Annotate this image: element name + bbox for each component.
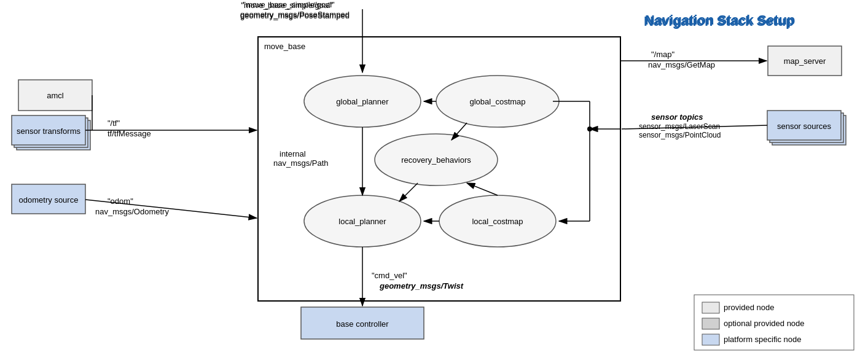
cmd-vel-msg-label: geometry_msgs/Twist (379, 281, 464, 291)
title-text: Navigation Stack Setup (644, 14, 794, 29)
map-server-label: map_server (784, 57, 826, 66)
legend-platform-label: platform specific node (724, 335, 801, 344)
point-cloud-label: sensor_msgs/PointCloud (639, 131, 721, 139)
map-topic-label: "/map" (651, 50, 675, 59)
legend-provided-rect (702, 302, 719, 313)
sensor-topics-label: sensor topics (651, 112, 703, 122)
amcl-label: amcl (47, 91, 64, 100)
global-costmap-label: global_costmap (469, 97, 525, 106)
recovery-to-local-arrow (399, 183, 418, 201)
diagram-container: Navigation Stack Setup move_base global_… (0, 0, 868, 355)
nav-msgs-path-label: nav_msgs/Path (273, 158, 329, 168)
odom-msg-label: nav_msgs/Odometry (95, 207, 169, 216)
sensor-sources-label: sensor sources (777, 122, 832, 131)
base-controller-label: base controller (336, 319, 389, 329)
global-planner-label: global_planner (336, 97, 389, 106)
odom-topic-label: "odom" (108, 197, 133, 206)
local-costmap-label: local_costmap (472, 217, 523, 226)
local-planner-label: local_planner (338, 217, 386, 226)
odometry-source-label: odometry source (19, 195, 79, 205)
tf-msg-label: tf/tfMessage (108, 129, 151, 138)
map-msg-label: nav_msgs/GetMap (648, 60, 715, 69)
sensor-transforms-label: sensor transforms (17, 127, 81, 136)
move-base-label: move_base (264, 42, 305, 51)
internal-label: internal (280, 149, 306, 158)
legend-platform-rect (702, 334, 719, 345)
legend-optional-rect (702, 318, 719, 329)
goal-label-1: "move_base_simple/goal" (241, 1, 333, 10)
legend-provided-label: provided node (724, 303, 774, 312)
cmd-vel-topic-label: "cmd_vel" (372, 271, 407, 280)
localcostmap-to-recovery-arrow (467, 183, 498, 195)
legend-optional-label: optional provided node (724, 319, 805, 328)
recovery-behaviors-label: recovery_behaviors (401, 155, 471, 165)
goal-label-2: geometry_msgs/PoseStamped (240, 11, 350, 20)
tf-topic-label: "/tf" (108, 119, 120, 128)
